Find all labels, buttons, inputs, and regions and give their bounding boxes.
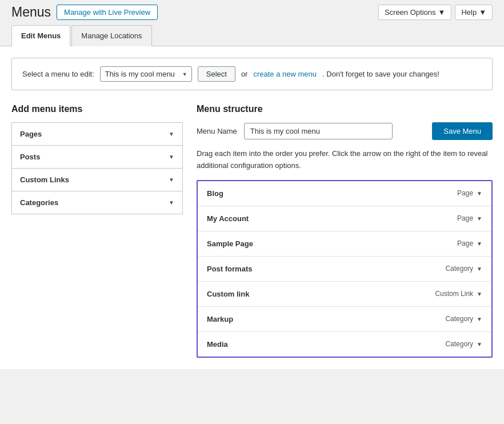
tab-edit-menus[interactable]: Edit Menus	[11, 25, 70, 46]
help-chevron-icon: ▼	[479, 8, 486, 17]
accordion-categories: Categories ▼	[11, 191, 183, 214]
menu-item-post-formats-label: Post formats	[207, 265, 252, 273]
screen-options-chevron-icon: ▼	[438, 8, 446, 17]
menu-item-sample-page-label: Sample Page	[207, 239, 253, 248]
menu-name-row: Menu Name Save Menu	[197, 122, 493, 140]
menu-item-post-formats[interactable]: Post formats Category ▼	[198, 257, 491, 282]
menu-select-dropdown[interactable]: This is my cool menu	[100, 66, 192, 82]
menu-item-markup-right: Category ▼	[445, 315, 482, 323]
accordion-pages: Pages ▼	[11, 122, 183, 146]
menu-item-media-type: Category	[445, 340, 473, 348]
accordion-custom-links-header[interactable]: Custom Links ▼	[12, 169, 182, 191]
accordion-categories-label: Categories	[20, 198, 58, 207]
accordion-custom-links-label: Custom Links	[20, 175, 69, 184]
help-button[interactable]: Help ▼	[455, 5, 493, 20]
drag-instruction: Drag each item into the order you prefer…	[197, 148, 493, 172]
menu-item-sample-page-right: Page ▼	[457, 239, 482, 247]
menu-item-sample-page-type: Page	[457, 239, 473, 247]
menu-item-blog-label: Blog	[207, 189, 223, 198]
tabs-row: Edit Menus Manage Locations	[0, 25, 504, 46]
menu-name-input[interactable]	[244, 123, 393, 139]
help-label: Help	[461, 8, 477, 17]
menu-item-my-account-type: Page	[457, 214, 473, 222]
create-new-menu-link[interactable]: create a new menu	[253, 70, 317, 78]
menu-item-my-account-label: My Account	[207, 214, 249, 223]
select-menu-button[interactable]: Select	[198, 66, 235, 82]
menu-item-blog-right: Page ▼	[457, 189, 482, 197]
menu-item-custom-link-right: Custom Link ▼	[435, 290, 482, 298]
menu-item-my-account-right: Page ▼	[457, 214, 482, 222]
menu-item-custom-link-type: Custom Link	[435, 290, 473, 298]
screen-options-button[interactable]: Screen Options ▼	[378, 5, 451, 20]
reminder-text: . Don't forget to save your changes!	[322, 70, 439, 78]
tab-manage-locations[interactable]: Manage Locations	[71, 25, 151, 46]
main-content: Select a menu to edit: This is my cool m…	[0, 46, 504, 369]
menu-item-media-chevron-icon[interactable]: ▼	[477, 341, 482, 347]
accordion-custom-links: Custom Links ▼	[11, 168, 183, 191]
left-col: Add menu items Pages ▼ Posts ▼ Custom Li…	[11, 104, 183, 214]
menu-name-label: Menu Name	[197, 127, 237, 135]
accordion-posts: Posts ▼	[11, 145, 183, 169]
menu-items-container: Blog Page ▼ My Account Page ▼ Sample Pag…	[197, 180, 493, 358]
menu-item-post-formats-right: Category ▼	[445, 265, 482, 273]
top-bar-right: Screen Options ▼ Help ▼	[378, 5, 493, 20]
top-bar-left: Menus Manage with Live Preview	[11, 5, 158, 20]
or-text: or	[241, 70, 248, 78]
page-title: Menus	[11, 5, 51, 20]
tab-edit-menus-label: Edit Menus	[21, 31, 61, 40]
two-col-layout: Add menu items Pages ▼ Posts ▼ Custom Li…	[11, 104, 493, 358]
menu-item-markup-chevron-icon[interactable]: ▼	[477, 316, 482, 322]
menu-item-markup-label: Markup	[207, 315, 233, 323]
top-bar: Menus Manage with Live Preview Screen Op…	[0, 0, 504, 25]
menu-item-my-account-chevron-icon[interactable]: ▼	[477, 215, 482, 222]
add-menu-items-title: Add menu items	[11, 104, 183, 114]
menu-structure-title: Menu structure	[197, 104, 493, 114]
menu-item-custom-link-chevron-icon[interactable]: ▼	[477, 291, 482, 297]
accordion-custom-links-chevron-icon: ▼	[169, 177, 174, 183]
accordion-categories-chevron-icon: ▼	[169, 199, 174, 206]
menu-item-media-label: Media	[207, 340, 228, 349]
accordion-posts-header[interactable]: Posts ▼	[12, 146, 182, 168]
menu-item-blog-chevron-icon[interactable]: ▼	[477, 190, 482, 197]
menu-item-media[interactable]: Media Category ▼	[198, 332, 491, 357]
save-menu-button[interactable]: Save Menu	[432, 122, 493, 140]
select-menu-bar: Select a menu to edit: This is my cool m…	[11, 58, 493, 90]
accordion-posts-label: Posts	[20, 153, 40, 161]
right-col: Menu structure Menu Name Save Menu Drag …	[197, 104, 493, 358]
menu-item-post-formats-chevron-icon[interactable]: ▼	[477, 266, 482, 272]
accordion-pages-chevron-icon: ▼	[169, 131, 174, 137]
accordion-categories-header[interactable]: Categories ▼	[12, 191, 182, 214]
menu-item-markup-type: Category	[445, 315, 473, 323]
menu-item-markup[interactable]: Markup Category ▼	[198, 307, 491, 332]
accordion-pages-header[interactable]: Pages ▼	[12, 123, 182, 145]
menu-item-media-right: Category ▼	[445, 340, 482, 348]
accordion-pages-label: Pages	[20, 130, 42, 138]
menu-item-my-account[interactable]: My Account Page ▼	[198, 206, 491, 231]
select-menu-label: Select a menu to edit:	[22, 70, 94, 78]
accordion-posts-chevron-icon: ▼	[169, 154, 174, 160]
menu-item-custom-link-label: Custom link	[207, 290, 249, 298]
menu-item-post-formats-type: Category	[445, 265, 473, 273]
menu-item-custom-link[interactable]: Custom link Custom Link ▼	[198, 282, 491, 307]
menu-item-blog-type: Page	[457, 189, 473, 197]
screen-options-label: Screen Options	[385, 8, 436, 17]
menu-item-sample-page[interactable]: Sample Page Page ▼	[198, 231, 491, 257]
menu-item-blog[interactable]: Blog Page ▼	[198, 181, 491, 206]
menu-dropdown-wrapper: This is my cool menu	[100, 66, 192, 82]
live-preview-button[interactable]: Manage with Live Preview	[57, 5, 158, 20]
menu-item-sample-page-chevron-icon[interactable]: ▼	[477, 241, 482, 247]
tab-manage-locations-label: Manage Locations	[81, 31, 142, 40]
